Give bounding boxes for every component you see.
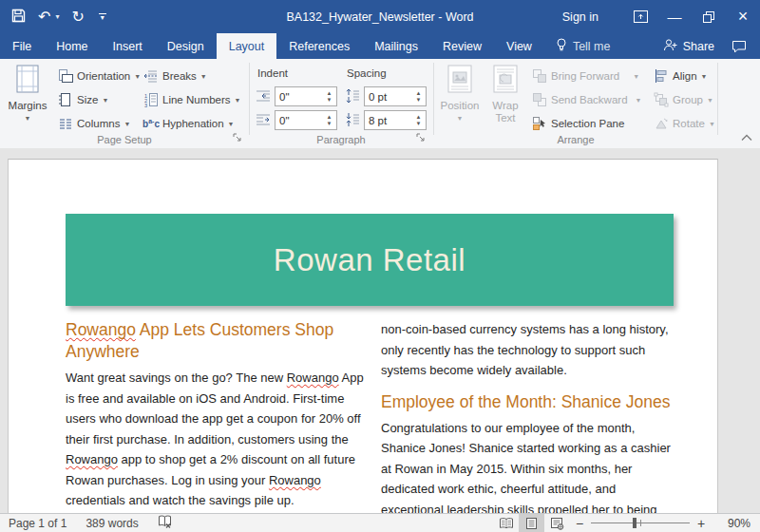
- selection-pane-button[interactable]: Selection Pane: [529, 113, 627, 134]
- bring-forward-button[interactable]: Bring Forward ▼: [529, 66, 642, 86]
- margins-button[interactable]: Margins ▼: [6, 62, 49, 136]
- page-indicator[interactable]: Page 1 of 1: [9, 517, 66, 530]
- article-heading-employee-of-month[interactable]: Employee of the Month: Shanice Jones: [381, 391, 675, 413]
- zoom-slider[interactable]: [591, 514, 690, 532]
- page-size-icon: [58, 92, 73, 107]
- chevron-down-icon: ▼: [200, 73, 207, 80]
- tell-me-box[interactable]: Tell me: [544, 33, 622, 59]
- title-bar: ↶ ▾ ↻ ▾ BA132_Hywater_Newsletter - Word …: [0, 0, 760, 33]
- rotate-button[interactable]: Rotate ▼: [651, 113, 718, 134]
- document-canvas[interactable]: Rowan Retail Rowango App Lets Customers …: [0, 148, 760, 513]
- banner-title-text: Rowan Retail: [274, 242, 466, 278]
- tab-mailings[interactable]: Mailings: [362, 33, 430, 59]
- spacing-before-icon: [345, 88, 360, 104]
- spinner-arrows-icon[interactable]: ▲▼: [323, 111, 335, 129]
- tab-references[interactable]: References: [276, 33, 362, 59]
- article-paragraph[interactable]: Congratulations to our employee of the m…: [381, 418, 675, 514]
- line-numbers-icon: 123: [143, 92, 159, 107]
- spinner-arrows-icon[interactable]: ▲▼: [323, 87, 335, 105]
- save-icon[interactable]: [11, 9, 26, 26]
- article-paragraph[interactable]: non-coin-based currency systems has a lo…: [381, 319, 675, 381]
- chevron-down-icon: ▼: [709, 121, 715, 127]
- web-layout-button[interactable]: [544, 514, 570, 532]
- line-numbers-button[interactable]: 123 Line Numbers ▼: [141, 89, 244, 110]
- close-button[interactable]: ×: [726, 0, 760, 33]
- send-backward-icon: [532, 92, 547, 107]
- orientation-icon: [58, 68, 73, 84]
- chevron-down-icon: ▼: [228, 121, 235, 127]
- tab-file[interactable]: File: [0, 33, 44, 59]
- spacing-before-input[interactable]: [369, 88, 408, 104]
- margins-icon: [16, 65, 39, 96]
- spacing-before-field[interactable]: ▲▼: [364, 86, 427, 106]
- zoom-out-button[interactable]: −: [570, 516, 589, 531]
- size-label: Size: [77, 94, 98, 105]
- wrap-text-button[interactable]: Wrap Text: [485, 62, 525, 136]
- spinner-arrows-icon[interactable]: ▲▼: [412, 111, 425, 129]
- undo-icon[interactable]: ↶: [38, 10, 50, 25]
- newsletter-title-banner[interactable]: Rowan Retail: [66, 214, 674, 306]
- align-button[interactable]: Align ▼: [651, 66, 711, 86]
- chevron-down-icon: ▼: [25, 112, 31, 124]
- paragraph-group: Indent Spacing ▲▼ ▲▼ ▲▼: [250, 59, 432, 148]
- newsletter-columns: Rowango App Lets Customers Shop Anywhere…: [66, 319, 675, 513]
- group-label: Group: [673, 94, 703, 105]
- position-button[interactable]: Position ▼: [440, 62, 480, 136]
- minimize-button[interactable]: —: [657, 0, 692, 33]
- tab-design[interactable]: Design: [155, 33, 217, 59]
- rotate-label: Rotate: [673, 118, 705, 129]
- indent-right-input[interactable]: [279, 112, 319, 128]
- tab-insert[interactable]: Insert: [101, 33, 155, 59]
- word-count[interactable]: 389 words: [86, 517, 138, 530]
- article-heading-rowango-app[interactable]: Rowango App Lets Customers Shop Anywhere: [66, 319, 371, 363]
- spacing-after-field[interactable]: ▲▼: [364, 110, 427, 130]
- share-button[interactable]: Share: [652, 33, 726, 59]
- titlebar-controls: Sign in — ×: [562, 0, 760, 33]
- tab-home[interactable]: Home: [44, 33, 100, 59]
- columns-label: Columns: [77, 118, 120, 129]
- zoom-in-button[interactable]: +: [692, 516, 711, 531]
- spacing-after-input[interactable]: [369, 112, 408, 128]
- redo-icon[interactable]: ↻: [71, 10, 84, 25]
- zoom-slider-center-tick: [640, 520, 641, 526]
- indent-right-field[interactable]: ▲▼: [275, 110, 337, 130]
- spacing-after-icon: [345, 112, 360, 127]
- read-mode-button[interactable]: [493, 514, 519, 532]
- breaks-button[interactable]: Breaks ▼: [141, 66, 210, 86]
- comments-icon[interactable]: [726, 33, 760, 59]
- zoom-slider-thumb[interactable]: [633, 518, 636, 528]
- group-button[interactable]: Group ▼: [651, 89, 716, 110]
- columns-button[interactable]: Columns ▼: [55, 113, 133, 134]
- collapse-ribbon-icon[interactable]: [741, 132, 752, 143]
- document-page[interactable]: Rowan Retail Rowango App Lets Customers …: [8, 159, 718, 513]
- indent-left-input[interactable]: [279, 88, 319, 104]
- send-backward-label: Send Backward: [551, 94, 628, 105]
- tab-layout[interactable]: Layout: [217, 33, 277, 59]
- align-objects-icon: [654, 68, 669, 84]
- proofing-errors-icon[interactable]: [158, 515, 172, 531]
- restore-button[interactable]: [692, 0, 726, 33]
- article-paragraph[interactable]: Want great savings on the go? The new Ro…: [66, 368, 371, 511]
- tab-view[interactable]: View: [494, 33, 544, 59]
- print-layout-button[interactable]: [519, 514, 544, 532]
- hyphenation-button[interactable]: ba-c Hyphenation ▼: [141, 113, 238, 134]
- page-setup-dialog-launcher-icon[interactable]: [233, 133, 244, 144]
- chevron-down-icon: ▼: [707, 97, 713, 104]
- ribbon-display-options-icon[interactable]: [623, 0, 657, 33]
- columns-icon: [58, 116, 73, 131]
- zoom-percentage[interactable]: 90%: [711, 517, 750, 530]
- spinner-arrows-icon[interactable]: ▲▼: [412, 87, 425, 105]
- quick-access-toolbar: ↶ ▾ ↻ ▾: [11, 0, 106, 33]
- word-window: ↶ ▾ ↻ ▾ BA132_Hywater_Newsletter - Word …: [0, 0, 760, 532]
- size-button[interactable]: Size ▼: [55, 89, 111, 110]
- paragraph-dialog-launcher-icon[interactable]: [416, 133, 428, 144]
- sign-in-button[interactable]: Sign in: [562, 10, 598, 24]
- tab-review[interactable]: Review: [430, 33, 494, 59]
- tell-me-label: Tell me: [573, 40, 611, 53]
- share-person-icon: [663, 38, 677, 54]
- send-backward-button[interactable]: Send Backward ▼: [529, 89, 644, 110]
- customize-quick-access-toolbar-icon[interactable]: ▾: [99, 13, 106, 20]
- undo-dropdown-icon[interactable]: ▾: [55, 12, 59, 21]
- orientation-button[interactable]: Orientation ▼: [55, 66, 143, 86]
- indent-left-field[interactable]: ▲▼: [275, 86, 337, 106]
